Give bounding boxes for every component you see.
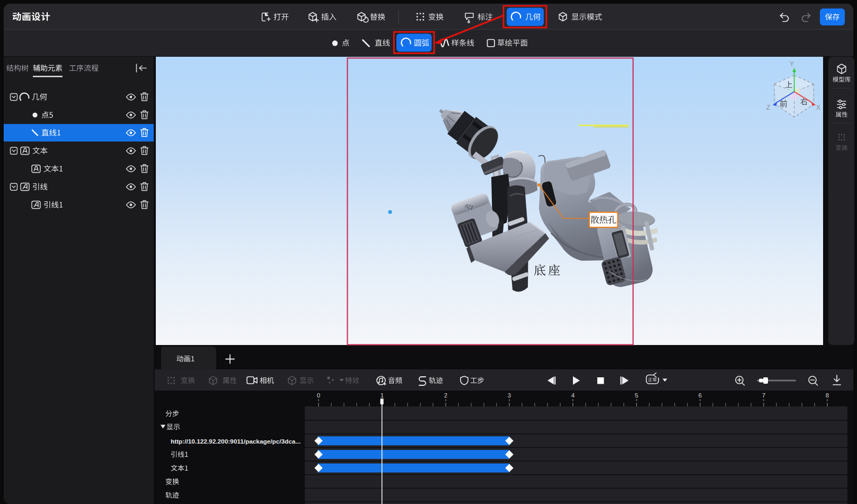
- svg-text:5: 5: [635, 392, 638, 399]
- svg-text:3: 3: [508, 392, 511, 399]
- svg-text:Y: Y: [790, 60, 794, 68]
- svg-text:http://10.122.92.200:9011/pack: http://10.122.92.200:9011/package/pc/3dc…: [171, 438, 301, 445]
- svg-text:Z: Z: [766, 104, 770, 111]
- svg-text:X: X: [816, 104, 820, 111]
- svg-text:1: 1: [381, 392, 384, 399]
- svg-text:8: 8: [826, 392, 829, 399]
- svg-text:2: 2: [444, 392, 447, 399]
- svg-text:6: 6: [699, 392, 702, 399]
- svg-text:4: 4: [571, 392, 575, 399]
- svg-text:0: 0: [317, 392, 320, 399]
- svg-text:7: 7: [762, 392, 765, 399]
